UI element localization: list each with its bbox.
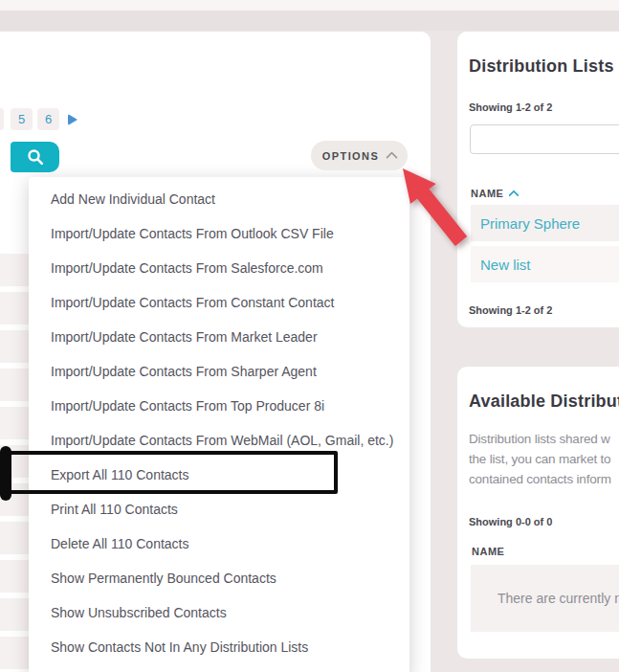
- list-filter-input[interactable]: [470, 124, 619, 154]
- options-menu-item[interactable]: Show Contacts Not In Any Distribution Li…: [29, 630, 409, 664]
- showing-count-bottom: Showing 1-2 of 2: [469, 304, 552, 316]
- pagination: 56: [0, 108, 77, 130]
- distribution-list-name-link[interactable]: Primary Sphere: [471, 215, 580, 232]
- options-menu-item[interactable]: Import/Update Contacts From Market Leade…: [29, 320, 409, 354]
- distribution-lists-title: Distribution Lists: [469, 56, 614, 77]
- description-line: contained contacts inform: [469, 469, 611, 489]
- options-menu-list: Add New Individual ContactImport/Update …: [29, 177, 409, 664]
- options-menu-item[interactable]: Print All 110 Contacts: [29, 492, 409, 526]
- showing-count: Showing 0-0 of 0: [469, 516, 552, 527]
- options-menu-item[interactable]: Delete All 110 Contacts: [29, 526, 409, 561]
- showing-count-top: Showing 1-2 of 2: [469, 101, 552, 113]
- contact-table-rows-partial: [0, 254, 29, 672]
- distribution-list-row[interactable]: Primary Sphere: [471, 205, 619, 241]
- name-column-label: NAME: [471, 188, 503, 199]
- distribution-list-name-link[interactable]: New list: [471, 257, 531, 273]
- chevron-up-icon: [386, 151, 398, 164]
- options-menu-item[interactable]: Import/Update Contacts From WebMail (AOL…: [29, 423, 409, 458]
- options-menu-item[interactable]: Import/Update Contacts From Top Producer…: [29, 389, 409, 423]
- options-menu-item[interactable]: Add New Individual Contact: [29, 182, 409, 216]
- search-icon: [26, 147, 45, 167]
- options-menu-item[interactable]: Import/Update Contacts From Salesforce.c…: [29, 251, 409, 285]
- empty-state-box: There are currently no: [471, 565, 619, 632]
- name-column-header: NAME: [472, 546, 504, 557]
- options-menu-item[interactable]: Import/Update Contacts From Sharper Agen…: [29, 354, 409, 389]
- sort-ascending-icon: [509, 190, 520, 200]
- distribution-list-row[interactable]: New list: [471, 246, 619, 282]
- distribution-list-rows: Primary Sphere New list: [471, 205, 619, 287]
- page-number-button[interactable]: 6: [37, 108, 59, 130]
- options-menu-item[interactable]: Show Permanently Bounced Contacts: [29, 561, 409, 595]
- page-buttons: 56: [11, 108, 59, 130]
- options-menu-item[interactable]: Export All 110 Contacts: [29, 458, 409, 492]
- name-column-label: NAME: [472, 546, 504, 557]
- available-lists-description: Distribution lists shared wthe list, you…: [469, 429, 611, 489]
- options-menu-item[interactable]: Import/Update Contacts From Constant Con…: [29, 285, 409, 320]
- available-lists-title: Available Distribut: [469, 392, 619, 412]
- page-number-button[interactable]: 5: [11, 108, 33, 130]
- search-button[interactable]: [11, 142, 59, 172]
- description-line: Distribution lists shared w: [469, 429, 611, 449]
- options-menu-item[interactable]: Show Unsubscribed Contacts: [29, 595, 409, 630]
- options-button-label: OPTIONS: [322, 150, 379, 162]
- header-band: [0, 11, 619, 31]
- description-line: the list, you can market to: [469, 449, 611, 469]
- page: 56 OPTIONS Add New Individual ContactImp…: [0, 0, 619, 672]
- name-column-header[interactable]: NAME: [471, 188, 518, 199]
- available-distribution-lists-panel: Available Distribut Distribution lists s…: [457, 367, 619, 659]
- distribution-lists-panel: Distribution Lists Showing 1-2 of 2 NAME…: [457, 32, 619, 327]
- empty-state-message: There are currently no: [471, 591, 619, 606]
- next-page-icon[interactable]: [68, 114, 77, 125]
- top-strip: [0, 0, 619, 11]
- options-menu-item[interactable]: Import/Update Contacts From Outlook CSV …: [29, 216, 409, 251]
- page-button-partial[interactable]: [0, 108, 4, 130]
- options-button[interactable]: OPTIONS: [311, 141, 408, 170]
- options-dropdown-menu: Add New Individual ContactImport/Update …: [29, 177, 409, 672]
